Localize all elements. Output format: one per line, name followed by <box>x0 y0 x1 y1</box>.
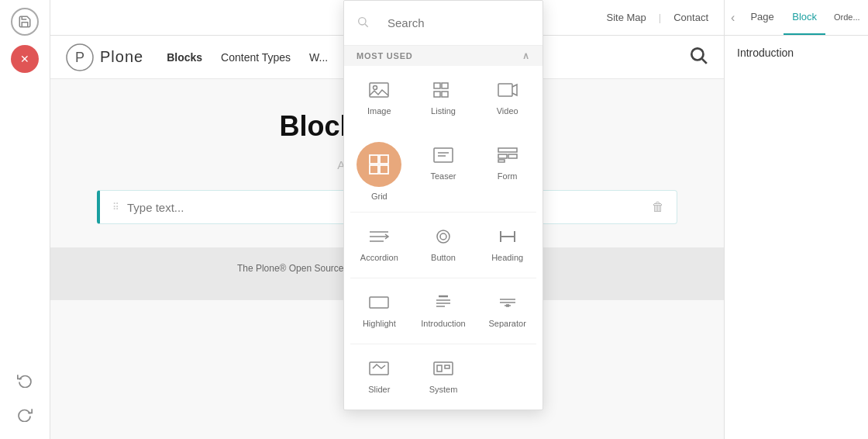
undo-button[interactable] <box>12 368 37 392</box>
block-grid-row3: Accordion Button Heading <box>344 213 542 278</box>
svg-text:P: P <box>75 50 84 65</box>
teaser-label: Teaser <box>430 171 456 181</box>
separator-label: Separator <box>489 319 526 328</box>
block-item-heading[interactable]: Heading <box>475 219 539 271</box>
svg-rect-20 <box>498 148 517 152</box>
video-icon <box>497 81 518 102</box>
picker-search-icon <box>356 16 369 31</box>
right-panel-tabs: ‹ Page Block Orde... <box>725 0 868 36</box>
image-icon <box>368 81 390 102</box>
block-item-accordion[interactable]: Accordion <box>347 219 412 271</box>
svg-rect-16 <box>380 165 388 174</box>
block-item-teaser[interactable]: Teaser <box>412 137 476 206</box>
block-grid-row1: Image Listing Video <box>344 66 542 131</box>
svg-rect-10 <box>434 92 440 97</box>
save-button[interactable] <box>11 8 39 36</box>
svg-rect-17 <box>434 148 453 162</box>
svg-rect-15 <box>370 165 378 174</box>
right-panel-content: Introduction <box>725 36 868 70</box>
svg-point-2 <box>691 48 703 60</box>
button-label: Button <box>431 253 456 262</box>
block-item-grid[interactable]: Grid <box>347 137 412 206</box>
svg-line-3 <box>702 58 707 63</box>
svg-rect-8 <box>434 83 440 88</box>
tab-page[interactable]: Page <box>741 0 784 35</box>
svg-line-5 <box>365 24 368 27</box>
close-icon: ✕ <box>20 53 29 65</box>
listing-label: Listing <box>431 106 456 116</box>
video-label: Video <box>497 106 518 116</box>
svg-rect-14 <box>380 155 388 164</box>
delete-block-button[interactable]: 🗑 <box>652 200 664 214</box>
block-item-video[interactable]: Video <box>475 72 539 125</box>
block-item-separator[interactable]: Separator <box>475 285 539 337</box>
block-item-form[interactable]: Form <box>475 137 539 206</box>
contact-link[interactable]: Contact <box>673 12 708 23</box>
nav-more[interactable]: W... <box>309 51 328 64</box>
nav-divider: | <box>659 12 661 23</box>
svg-rect-45 <box>445 365 450 368</box>
accordion-icon <box>368 228 390 248</box>
slider-icon <box>368 360 390 380</box>
most-used-header[interactable]: MOST USED ∧ <box>344 46 542 66</box>
block-grid-row4: Highlight Introduction <box>344 278 542 344</box>
prev-arrow[interactable]: ‹ <box>725 0 741 35</box>
section-chevron: ∧ <box>522 50 530 61</box>
nav-blocks[interactable]: Blocks <box>167 51 202 64</box>
tab-order[interactable]: Orde... <box>825 0 868 35</box>
block-item-slider[interactable]: Slider <box>347 351 412 403</box>
svg-point-28 <box>440 233 446 240</box>
svg-rect-6 <box>370 83 388 97</box>
form-label: Form <box>498 171 518 181</box>
svg-point-4 <box>359 17 366 24</box>
svg-point-7 <box>374 86 377 90</box>
accordion-label: Accordion <box>360 253 398 262</box>
block-item-introduction[interactable]: Introduction <box>412 285 476 337</box>
block-picker-search-input[interactable] <box>375 9 530 37</box>
sitemap-link[interactable]: Site Map <box>606 12 646 23</box>
svg-rect-12 <box>498 84 512 96</box>
block-picker-search-row <box>344 1 542 46</box>
system-icon <box>432 360 454 380</box>
redo-button[interactable] <box>12 402 37 427</box>
block-item-listing[interactable]: Listing <box>412 72 476 125</box>
right-panel: ‹ Page Block Orde... Introduction <box>724 0 868 439</box>
svg-rect-42 <box>370 362 388 375</box>
plone-logo-text: Plone <box>100 48 143 66</box>
block-item-system[interactable]: System <box>412 351 476 403</box>
image-label: Image <box>367 106 391 116</box>
separator-icon <box>497 294 518 314</box>
heading-icon <box>497 228 518 248</box>
site-nav: Blocks Content Types W... <box>167 51 328 64</box>
close-button[interactable]: ✕ <box>11 45 39 73</box>
top-nav-links: Site Map | Contact <box>606 12 724 23</box>
form-icon <box>497 147 518 167</box>
svg-rect-23 <box>498 160 505 162</box>
svg-rect-21 <box>498 154 507 158</box>
block-item-image[interactable]: Image <box>347 72 412 125</box>
listing-icon <box>432 81 454 102</box>
system-label: System <box>429 385 458 394</box>
search-button[interactable] <box>688 45 708 70</box>
highlight-icon <box>368 294 390 314</box>
highlight-label: Highlight <box>363 319 396 328</box>
left-sidebar: ✕ <box>0 0 50 439</box>
nav-content-types[interactable]: Content Types <box>221 51 291 64</box>
svg-rect-11 <box>442 92 448 97</box>
tab-block[interactable]: Block <box>784 0 826 35</box>
most-used-label: MOST USED <box>356 51 413 60</box>
panel-section-title: Introduction <box>737 47 794 59</box>
block-item-highlight[interactable]: Highlight <box>347 285 412 337</box>
block-grid-row2: Grid Teaser Form <box>344 131 542 212</box>
svg-rect-13 <box>370 155 378 164</box>
slider-label: Slider <box>368 385 390 394</box>
drag-handle[interactable]: ⠿ <box>112 202 119 213</box>
plone-logo: P Plone <box>66 43 143 71</box>
block-item-button[interactable]: Button <box>412 219 476 271</box>
svg-point-27 <box>437 230 450 243</box>
empty-cell <box>475 351 539 403</box>
svg-rect-9 <box>442 83 448 88</box>
svg-rect-22 <box>508 154 517 158</box>
heading-label: Heading <box>491 253 523 262</box>
block-grid-row5: Slider System <box>344 344 542 410</box>
